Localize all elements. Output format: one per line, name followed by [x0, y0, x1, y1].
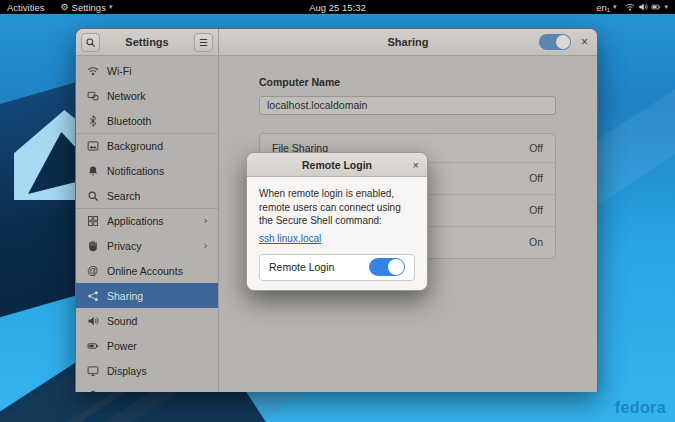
computer-name-input[interactable]	[259, 96, 556, 115]
power-icon	[86, 340, 99, 352]
sidebar-item-wi-fi[interactable]: Wi-Fi	[76, 58, 218, 83]
remote-login-dialog: Remote Login × When remote login is enab…	[246, 152, 428, 291]
sound-icon	[86, 315, 99, 327]
sharing-row-value: Off	[529, 172, 543, 184]
sidebar-item-label: Power	[107, 340, 137, 352]
dialog-body: When remote login is enabled, remote use…	[247, 177, 427, 290]
sidebar-item-mouse-touchpad[interactable]: Mouse & Touchpad	[76, 383, 218, 392]
dialog-description: When remote login is enabled, remote use…	[259, 187, 415, 228]
sharing-row-value: Off	[529, 142, 543, 154]
close-icon[interactable]: ×	[413, 153, 419, 176]
sidebar-item-search[interactable]: Search	[76, 183, 218, 208]
background-icon	[86, 140, 99, 152]
sidebar-item-sharing[interactable]: Sharing	[76, 283, 218, 308]
fedora-logo: fedora	[615, 399, 666, 417]
search-button[interactable]	[81, 33, 100, 52]
sidebar-item-label: Wi-Fi	[107, 65, 132, 77]
dialog-title: Remote Login	[302, 159, 372, 171]
search-icon	[85, 37, 96, 48]
sidebar-item-applications[interactable]: Applications›	[76, 208, 218, 233]
wifi-icon	[86, 65, 99, 77]
sidebar-item-displays[interactable]: Displays	[76, 358, 218, 383]
search-icon	[86, 190, 99, 202]
sidebar-item-notifications[interactable]: Notifications	[76, 158, 218, 183]
sidebar-headerbar: Settings ☰	[76, 29, 219, 56]
sidebar: Wi-FiNetworkBluetoothBackgroundNotificat…	[76, 56, 219, 392]
menu-button[interactable]: ☰	[194, 33, 213, 52]
dialog-headerbar: Remote Login ×	[247, 153, 427, 177]
top-bar: Activities ⚙ Settings ▾ Aug 25 15:32 en₁…	[0, 0, 675, 14]
applications-icon	[86, 215, 99, 227]
network-icon	[86, 90, 99, 102]
mouse-icon	[86, 390, 99, 393]
online-accounts-icon: @	[86, 265, 99, 276]
panel-headerbar: Sharing ×	[219, 29, 597, 56]
sidebar-item-label: Bluetooth	[107, 115, 151, 127]
desktop: fedora Activities ⚙ Settings ▾ Aug 25 15…	[0, 0, 675, 422]
sharing-master-switch[interactable]	[539, 34, 571, 50]
remote-login-row: Remote Login	[259, 254, 415, 281]
sidebar-item-label: Applications	[107, 215, 164, 227]
displays-icon	[86, 365, 99, 377]
sidebar-item-background[interactable]: Background	[76, 133, 218, 158]
sidebar-item-label: Notifications	[107, 165, 164, 177]
notifications-icon	[86, 165, 99, 177]
hamburger-icon: ☰	[199, 37, 208, 48]
switch-knob	[556, 35, 570, 49]
sidebar-item-privacy[interactable]: Privacy›	[76, 233, 218, 258]
sidebar-item-label: Mouse & Touchpad	[107, 390, 197, 393]
sidebar-item-label: Search	[107, 190, 140, 202]
sidebar-item-power[interactable]: Power	[76, 333, 218, 358]
sharing-row-value: Off	[529, 204, 543, 216]
bluetooth-icon	[86, 115, 99, 127]
chevron-right-icon: ›	[204, 239, 208, 252]
window-title: Settings	[100, 36, 194, 48]
sidebar-item-bluetooth[interactable]: Bluetooth	[76, 108, 218, 133]
ssh-command-link[interactable]: ssh linux.local	[259, 233, 321, 244]
sidebar-item-label: Sharing	[107, 290, 143, 302]
sidebar-item-label: Background	[107, 140, 163, 152]
sharing-icon	[86, 290, 99, 302]
sidebar-item-label: Network	[107, 90, 146, 102]
sidebar-item-label: Sound	[107, 315, 137, 327]
sidebar-item-online-accounts[interactable]: @Online Accounts	[76, 258, 218, 283]
remote-login-label: Remote Login	[269, 261, 334, 273]
sharing-row-value: On	[529, 236, 543, 248]
sidebar-item-sound[interactable]: Sound	[76, 308, 218, 333]
sidebar-item-network[interactable]: Network	[76, 83, 218, 108]
headerbar: Settings ☰ Sharing ×	[76, 29, 597, 56]
privacy-icon	[86, 240, 99, 252]
sidebar-item-label: Displays	[107, 365, 147, 377]
clock-label: Aug 25 15:32	[309, 2, 366, 13]
chevron-right-icon: ›	[204, 214, 208, 227]
remote-login-switch[interactable]	[369, 258, 405, 276]
sidebar-item-label: Online Accounts	[107, 265, 183, 277]
switch-knob	[388, 259, 404, 275]
clock[interactable]: Aug 25 15:32	[309, 0, 366, 14]
computer-name-label: Computer Name	[259, 76, 556, 88]
close-icon[interactable]: ×	[581, 36, 588, 48]
sidebar-item-label: Privacy	[107, 240, 141, 252]
